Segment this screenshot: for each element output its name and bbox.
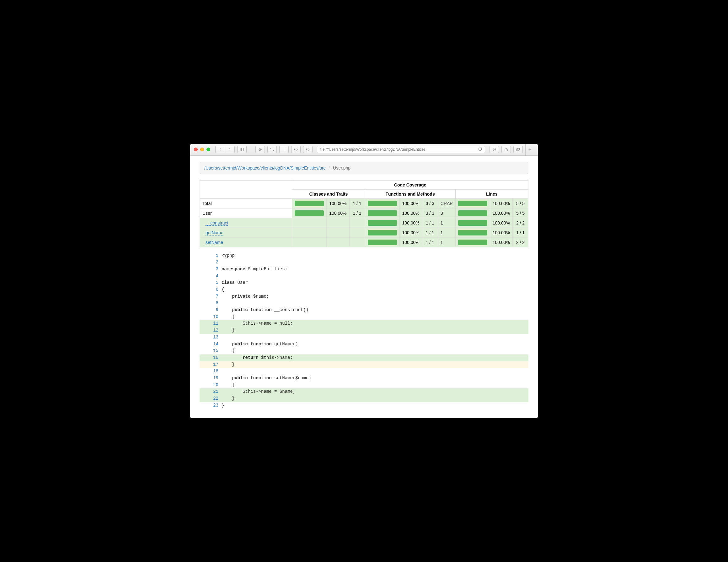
line-number[interactable]: 18: [200, 368, 222, 375]
coverage-ratio-cell: 1 / 1: [349, 198, 365, 208]
method-link[interactable]: getName: [206, 230, 223, 235]
code-token: $this->name = null;: [222, 321, 293, 326]
line-number[interactable]: 19: [200, 375, 222, 382]
coverage-crap-cell: 3: [438, 208, 455, 218]
line-number[interactable]: 9: [200, 307, 222, 314]
line-number[interactable]: 14: [200, 341, 222, 348]
breadcrumb: /Users/settermjd/Workspace/clients/logDN…: [200, 162, 528, 174]
coverage-bar-cell: [365, 198, 399, 208]
line-number[interactable]: 11: [200, 320, 222, 327]
tabs-button[interactable]: [513, 146, 523, 153]
line-code: public function setName($name): [222, 375, 528, 382]
coverage-header-classes: Classes and Traits: [292, 189, 365, 198]
downloads-button[interactable]: [490, 146, 499, 153]
code-token: public function: [232, 376, 272, 381]
breadcrumb-separator: /: [327, 165, 332, 170]
share-button[interactable]: [501, 146, 511, 153]
line-number[interactable]: 22: [200, 395, 222, 402]
breadcrumb-current: User.php: [333, 165, 351, 170]
new-tab-button[interactable]: +: [525, 144, 534, 155]
source-line: 1<?php: [200, 252, 528, 259]
crap-label: CRAP: [441, 201, 453, 206]
line-code: {: [222, 314, 528, 321]
code-token: <?php: [222, 253, 235, 258]
plus-icon: +: [528, 147, 531, 152]
coverage-bar-cell: [365, 218, 399, 227]
tabs-icon: [516, 147, 520, 152]
code-token: getName(): [272, 342, 298, 347]
coverage-ratio-cell: 3 / 3: [422, 198, 438, 208]
sidebar-toggle-button[interactable]: [237, 146, 247, 153]
back-button[interactable]: [216, 146, 225, 153]
line-number[interactable]: 10: [200, 314, 222, 321]
source-line: 2: [200, 259, 528, 266]
source-line: 7 private $name;: [200, 293, 528, 300]
coverage-bar: [368, 201, 397, 206]
line-number[interactable]: 5: [200, 279, 222, 287]
url-text: file:///Users/settermjd/Workspace/client…: [320, 147, 476, 152]
source-line: 18: [200, 368, 528, 375]
window-minimize-button[interactable]: [200, 147, 204, 151]
window-close-button[interactable]: [194, 147, 198, 151]
line-number[interactable]: 20: [200, 382, 222, 389]
line-number[interactable]: 21: [200, 388, 222, 395]
line-number[interactable]: 2: [200, 259, 222, 266]
toolbar-button-3[interactable]: [279, 146, 289, 153]
line-number[interactable]: 16: [200, 355, 222, 361]
method-link[interactable]: setName: [206, 240, 223, 245]
toolbar-button-4[interactable]: [291, 146, 301, 153]
code-token: class: [222, 280, 235, 285]
breadcrumb-path-link[interactable]: /Users/settermjd/Workspace/clients/logDN…: [204, 165, 325, 170]
svg-rect-0: [240, 148, 244, 151]
coverage-ratio-cell: 2 / 2: [513, 218, 528, 227]
line-number[interactable]: 17: [200, 361, 222, 368]
line-number[interactable]: 1: [200, 252, 222, 259]
coverage-row: getName100.00%1 / 11100.00%1 / 1: [200, 227, 528, 237]
info-icon: [294, 147, 298, 152]
line-code: [222, 334, 528, 341]
coverage-crap-cell: 1: [438, 227, 455, 237]
line-number[interactable]: 13: [200, 334, 222, 341]
url-bar[interactable]: file:///Users/settermjd/Workspace/client…: [317, 146, 485, 153]
code-token: }: [222, 403, 224, 408]
line-code: }: [222, 402, 528, 409]
toolbar-button-5[interactable]: [303, 146, 313, 153]
coverage-row: User100.00%1 / 1100.00%3 / 33100.00%5 / …: [200, 208, 528, 218]
line-number[interactable]: 3: [200, 266, 222, 273]
line-number[interactable]: 23: [200, 402, 222, 409]
coverage-row: setName100.00%1 / 11100.00%2 / 2: [200, 237, 528, 247]
source-line: 17 }: [200, 361, 528, 368]
line-number[interactable]: 4: [200, 273, 222, 280]
coverage-row: __construct100.00%1 / 11100.00%2 / 2: [200, 218, 528, 227]
coverage-ratio-cell: 1 / 1: [422, 237, 438, 247]
forward-button[interactable]: [225, 146, 234, 153]
line-code: {: [222, 382, 528, 389]
code-token: $this->name;: [259, 355, 293, 360]
coverage-empty-cell: [292, 227, 327, 237]
coverage-row-label: getName: [200, 227, 292, 237]
window-zoom-button[interactable]: [206, 147, 210, 151]
coverage-empty-cell: [327, 237, 349, 247]
toolbar-button-1[interactable]: [255, 146, 265, 153]
coverage-row-label: setName: [200, 237, 292, 247]
method-link[interactable]: __construct: [206, 220, 228, 226]
line-number[interactable]: 8: [200, 300, 222, 307]
toolbar-button-2[interactable]: [267, 146, 277, 153]
traffic-lights: [194, 147, 210, 151]
coverage-ratio-cell: 2 / 2: [513, 237, 528, 247]
line-number[interactable]: 12: [200, 327, 222, 334]
coverage-ratio-cell: 5 / 5: [513, 208, 528, 218]
power-icon: [306, 147, 310, 152]
code-token: SimpleEntities;: [245, 266, 287, 271]
line-code: public function getName(): [222, 341, 528, 348]
coverage-bar-cell: [365, 227, 399, 237]
line-code: [222, 273, 528, 280]
source-line: 14 public function getName(): [200, 341, 528, 348]
line-number[interactable]: 15: [200, 348, 222, 355]
line-number[interactable]: 6: [200, 287, 222, 293]
coverage-pct-cell: 100.00%: [490, 237, 512, 247]
line-number[interactable]: 7: [200, 293, 222, 300]
source-line: 13: [200, 334, 528, 341]
reload-button[interactable]: [478, 147, 482, 152]
line-code: {: [222, 287, 528, 293]
